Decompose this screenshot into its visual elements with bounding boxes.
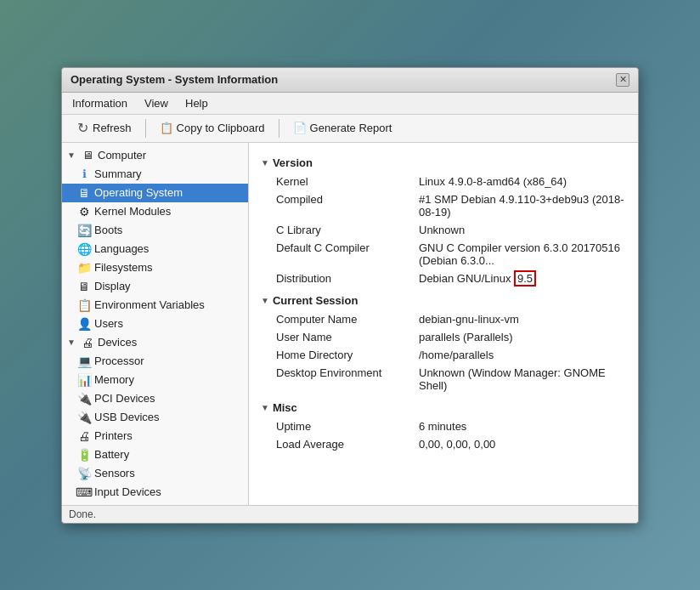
clibrary-value: Unknown xyxy=(419,224,626,236)
sidebar-item-processor[interactable]: 💻 Processor xyxy=(62,352,248,371)
load-avg-label: Load Average xyxy=(276,438,412,451)
homedir-label: Home Directory xyxy=(276,349,412,361)
generate-report-button[interactable]: Generate Report xyxy=(286,118,399,139)
content-inner: ▼ Version Kernel Linux 4.9.0-8-amd64 (x8… xyxy=(249,143,638,460)
users-icon: 👤 xyxy=(77,317,91,331)
row-computer-name: Computer Name debian-gnu-linux-vm xyxy=(259,310,628,328)
boots-icon: 🔄 xyxy=(77,224,91,237)
row-compiled: Compiled #1 SMP Debian 4.9.110-3+deb9u3 … xyxy=(259,190,628,221)
input-label: Input Devices xyxy=(94,485,161,498)
main-window: Operating System - System Information ✕ … xyxy=(61,67,639,524)
version-arrow: ▼ xyxy=(261,158,269,167)
username-value: parallels (Parallels) xyxy=(419,331,626,343)
section-current-session: ▼ Current Session xyxy=(259,291,628,310)
usb-icon: 🔌 xyxy=(77,411,91,424)
pci-label: PCI Devices xyxy=(94,392,155,405)
display-icon: 🖥 xyxy=(77,280,91,293)
users-label: Users xyxy=(94,317,123,330)
kernel-label: Kernel Modules xyxy=(94,205,171,218)
row-username: User Name parallels (Parallels) xyxy=(259,328,628,346)
sidebar-item-kernel-modules[interactable]: ⚙ Kernel Modules xyxy=(62,202,248,221)
menu-information[interactable]: Information xyxy=(69,95,131,111)
row-distribution: Distribution Debian GNU/Linux 9.5 xyxy=(259,269,628,287)
menu-help[interactable]: Help xyxy=(182,95,212,111)
summary-label: Summary xyxy=(94,167,142,180)
input-icon: ⌨ xyxy=(77,485,91,499)
devices-icon: 🖨 xyxy=(81,336,94,349)
sidebar-item-display[interactable]: 🖥 Display xyxy=(62,277,248,296)
env-icon: 📋 xyxy=(77,298,91,312)
sidebar-item-languages[interactable]: 🌐 Languages xyxy=(62,240,248,258)
row-desktop-env: Desktop Environment Unknown (Window Mana… xyxy=(259,364,628,394)
close-button[interactable]: ✕ xyxy=(616,73,629,87)
sidebar-item-pci[interactable]: 🔌 PCI Devices xyxy=(62,389,248,408)
content-panel: ▼ Version Kernel Linux 4.9.0-8-amd64 (x8… xyxy=(249,143,638,505)
sidebar-item-sensors[interactable]: 📡 Sensors xyxy=(62,464,248,483)
title-bar: Operating System - System Information ✕ xyxy=(62,68,638,93)
kernel-icon: ⚙ xyxy=(77,205,91,218)
uptime-label: Uptime xyxy=(276,420,412,433)
proc-label: Processor xyxy=(94,355,144,367)
sidebar-item-summary[interactable]: Summary xyxy=(62,165,248,184)
compiled-label: Compiled xyxy=(276,193,412,218)
row-home-directory: Home Directory /home/parallels xyxy=(259,346,628,364)
sidebar-item-printers[interactable]: 🖨 Printers xyxy=(62,427,248,445)
languages-label: Languages xyxy=(94,242,149,255)
load-avg-value: 0,00, 0,00, 0,00 xyxy=(419,438,626,451)
computer-name-value: debian-gnu-linux-vm xyxy=(419,313,626,326)
mem-icon: 📊 xyxy=(77,373,91,387)
row-load-avg: Load Average 0,00, 0,00, 0,00 xyxy=(259,435,628,453)
env-label: Environment Variables xyxy=(94,298,205,311)
username-label: User Name xyxy=(276,331,412,343)
sidebar-item-computer[interactable]: ▼ Computer xyxy=(62,146,248,165)
os-label: Operating System xyxy=(94,186,183,199)
sidebar-item-env-vars[interactable]: 📋 Environment Variables xyxy=(62,296,248,315)
session-title: Current Session xyxy=(273,294,358,307)
sidebar-item-users[interactable]: 👤 Users xyxy=(62,315,248,333)
desktop-label: Desktop Environment xyxy=(276,366,412,392)
section-misc: ▼ Misc xyxy=(259,398,628,417)
boots-label: Boots xyxy=(94,224,122,236)
sensors-icon: 📡 xyxy=(77,467,91,480)
sidebar-item-usb[interactable]: 🔌 USB Devices xyxy=(62,408,248,427)
fs-icon: 📁 xyxy=(77,261,91,275)
sidebar-item-filesystems[interactable]: 📁 Filesystems xyxy=(62,258,248,277)
report-icon xyxy=(293,122,307,135)
display-label: Display xyxy=(94,280,131,292)
pci-icon: 🔌 xyxy=(77,392,91,406)
battery-label: Battery xyxy=(94,448,129,461)
computer-arrow: ▼ xyxy=(67,150,77,160)
uptime-value: 6 minutes xyxy=(419,420,626,433)
sidebar-item-battery[interactable]: 🔋 Battery xyxy=(62,445,248,464)
desktop-value: Unknown (Window Manager: GNOME Shell) xyxy=(419,366,626,392)
refresh-button[interactable]: Refresh xyxy=(69,118,138,139)
refresh-icon xyxy=(76,122,89,135)
copy-label: Copy to Clipboard xyxy=(177,122,265,134)
window-title: Operating System - System Information xyxy=(71,73,278,86)
sidebar-item-os[interactable]: 🖥 Operating System xyxy=(62,184,248,202)
compiler-label: Default C Compiler xyxy=(276,241,412,267)
copy-clipboard-button[interactable]: Copy to Clipboard xyxy=(153,118,272,139)
sidebar-item-devices[interactable]: ▼ 🖨 Devices xyxy=(62,333,248,352)
mem-label: Memory xyxy=(94,373,134,386)
misc-arrow: ▼ xyxy=(261,403,269,412)
languages-icon: 🌐 xyxy=(77,242,91,256)
menu-view[interactable]: View xyxy=(141,95,172,111)
compiler-value: GNU C Compiler version 6.3.0 20170516 (D… xyxy=(419,241,626,267)
usb-label: USB Devices xyxy=(94,411,160,423)
sidebar-item-boots[interactable]: 🔄 Boots xyxy=(62,221,248,240)
battery-icon: 🔋 xyxy=(77,448,91,462)
kernel-row-value: Linux 4.9.0-8-amd64 (x86_64) xyxy=(419,175,626,188)
os-icon: 🖥 xyxy=(77,186,91,200)
devices-arrow: ▼ xyxy=(67,338,77,347)
clibrary-label: C Library xyxy=(276,224,412,236)
toolbar: Refresh Copy to Clipboard Generate Repor… xyxy=(62,115,638,143)
menu-bar: Information View Help xyxy=(62,93,638,115)
printers-icon: 🖨 xyxy=(77,429,91,443)
status-text: Done. xyxy=(69,508,96,520)
homedir-value: /home/parallels xyxy=(419,349,626,361)
sidebar-item-input[interactable]: ⌨ Input Devices xyxy=(62,483,248,502)
sidebar-item-memory[interactable]: 📊 Memory xyxy=(62,371,248,389)
clipboard-icon xyxy=(160,122,173,135)
summary-icon xyxy=(77,167,91,181)
